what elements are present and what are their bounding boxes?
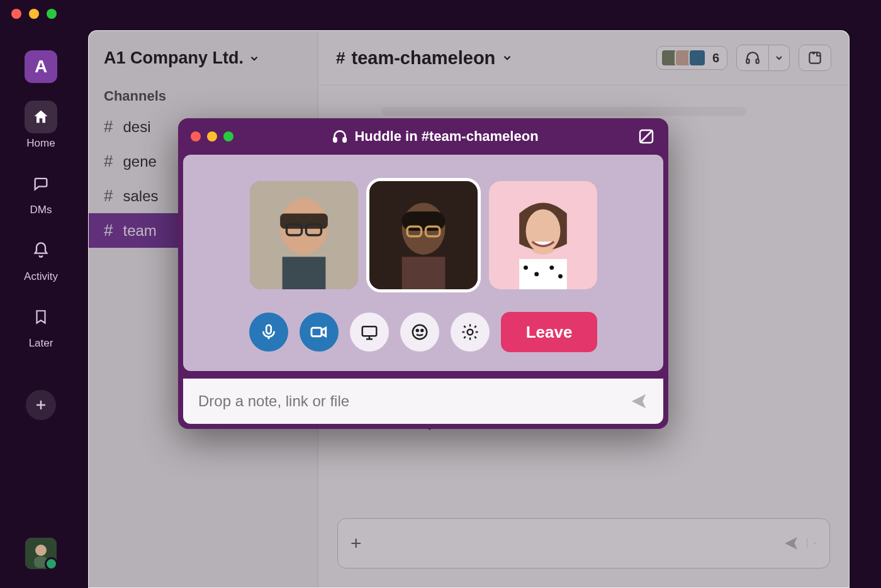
headphones-icon xyxy=(332,128,348,145)
channel-title-button[interactable]: # team-chameleon xyxy=(336,48,513,69)
svg-point-32 xyxy=(412,325,427,340)
mute-button[interactable] xyxy=(249,313,288,352)
rail-activity[interactable]: Activity xyxy=(0,234,82,283)
rail-home[interactable]: Home xyxy=(0,101,82,150)
members-button[interactable]: 6 xyxy=(656,46,727,70)
expand-icon xyxy=(637,127,656,146)
start-huddle-button[interactable] xyxy=(736,45,769,71)
huddle-window: Huddle in #team-chameleon xyxy=(178,118,668,429)
screenshare-button[interactable] xyxy=(350,313,389,352)
svg-point-35 xyxy=(467,330,473,335)
zoom-window-dot[interactable] xyxy=(47,9,57,19)
member-count: 6 xyxy=(712,51,719,65)
huddle-zoom-dot[interactable] xyxy=(223,131,233,141)
participant-tile[interactable] xyxy=(369,181,478,289)
svg-rect-24 xyxy=(519,259,567,289)
participant-tile[interactable] xyxy=(250,181,358,289)
huddle-body: Leave xyxy=(183,155,663,371)
rail-later[interactable]: Later xyxy=(0,301,82,350)
channel-name: desi xyxy=(123,118,150,136)
channel-title: team-chameleon xyxy=(351,48,495,69)
composer-attach-button[interactable]: + xyxy=(351,533,362,554)
message-composer[interactable]: + xyxy=(337,518,830,569)
channel-header: # team-chameleon 6 xyxy=(318,31,849,86)
channels-section-header[interactable]: Channels xyxy=(89,83,318,109)
huddle-expand-button[interactable] xyxy=(637,127,656,146)
svg-rect-4 xyxy=(756,59,758,64)
participant-grid xyxy=(250,181,597,289)
chevron-down-icon xyxy=(502,52,513,64)
workspace-switcher[interactable]: A1 Company Ltd. xyxy=(89,46,318,83)
svg-point-28 xyxy=(558,274,563,279)
smile-icon xyxy=(410,323,429,341)
huddle-note-input[interactable] xyxy=(198,392,629,410)
svg-rect-2 xyxy=(34,557,48,568)
plus-icon xyxy=(33,397,48,413)
close-window-dot[interactable] xyxy=(11,9,21,19)
canvas-icon xyxy=(807,50,823,66)
camera-button[interactable] xyxy=(300,313,339,352)
hash-icon: # xyxy=(104,186,113,206)
channel-name: sales xyxy=(123,187,158,205)
svg-rect-30 xyxy=(311,328,322,336)
rail-activity-label: Activity xyxy=(24,270,58,283)
avatar-face-icon xyxy=(25,538,57,569)
rail-home-label: Home xyxy=(26,137,55,150)
canvas-button[interactable] xyxy=(799,45,831,71)
chevron-down-icon[interactable] xyxy=(807,538,817,548)
user-avatar[interactable] xyxy=(25,538,57,569)
channel-name: team xyxy=(123,222,156,240)
huddle-header-button xyxy=(736,45,790,71)
huddle-title: Huddle in #team-chameleon xyxy=(354,128,538,145)
huddle-menu-button[interactable] xyxy=(769,45,790,71)
huddle-close-dot[interactable] xyxy=(191,131,201,141)
svg-rect-5 xyxy=(809,52,820,63)
hash-icon: # xyxy=(104,221,113,240)
chevron-down-icon xyxy=(249,53,260,64)
hash-icon: # xyxy=(336,48,345,68)
bell-icon xyxy=(32,241,50,259)
rail-dms[interactable]: DMs xyxy=(0,167,82,216)
svg-rect-29 xyxy=(266,325,271,334)
huddle-titlebar: Huddle in #team-chameleon xyxy=(178,118,668,155)
send-icon[interactable] xyxy=(783,535,799,552)
svg-point-27 xyxy=(549,265,554,270)
svg-point-33 xyxy=(416,330,418,331)
workspace-initial: A xyxy=(35,57,47,77)
rail-dms-label: DMs xyxy=(30,204,52,216)
huddle-controls: Leave xyxy=(249,312,598,352)
svg-rect-3 xyxy=(746,59,749,64)
svg-point-25 xyxy=(524,265,528,270)
bookmark-icon xyxy=(33,309,49,325)
member-avatars-stack xyxy=(661,49,706,67)
participant-video xyxy=(250,181,358,289)
svg-rect-14 xyxy=(282,257,325,289)
workspace-badge[interactable]: A xyxy=(25,50,57,83)
huddle-minimize-dot[interactable] xyxy=(207,131,217,141)
video-icon xyxy=(309,322,329,342)
leave-label: Leave xyxy=(526,323,573,341)
app-rail: A Home DMs Activity Later xyxy=(0,31,82,588)
participant-video xyxy=(489,181,597,289)
skeleton-line xyxy=(381,107,746,116)
hash-icon: # xyxy=(104,152,113,171)
svg-rect-7 xyxy=(344,138,346,142)
home-icon xyxy=(32,108,50,126)
dms-icon xyxy=(32,175,50,192)
chevron-down-icon xyxy=(774,53,784,63)
settings-button[interactable] xyxy=(451,313,490,352)
channel-name: gene xyxy=(123,153,156,170)
participant-tile[interactable] xyxy=(489,181,597,289)
rail-add-button[interactable] xyxy=(26,390,56,420)
svg-rect-31 xyxy=(362,326,376,336)
leave-button[interactable]: Leave xyxy=(501,312,598,352)
gear-icon xyxy=(461,323,480,341)
reactions-button[interactable] xyxy=(400,313,439,352)
huddle-note-composer[interactable] xyxy=(183,379,663,424)
svg-point-34 xyxy=(421,330,423,331)
send-icon[interactable] xyxy=(629,392,648,411)
minimize-window-dot[interactable] xyxy=(29,9,39,19)
member-avatar xyxy=(688,49,706,67)
headphones-icon xyxy=(744,50,761,66)
microphone-icon xyxy=(259,323,278,341)
